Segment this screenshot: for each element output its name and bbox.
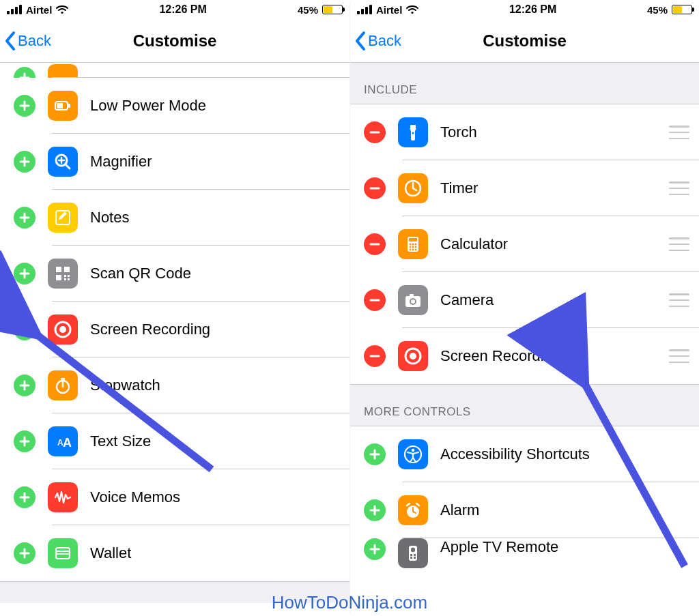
list-item[interactable] bbox=[0, 63, 350, 78]
row-label: Camera bbox=[440, 291, 664, 309]
battery-pct-label: 45% bbox=[647, 4, 668, 16]
wifi-icon bbox=[406, 5, 418, 14]
list-item[interactable]: Magnifier bbox=[0, 134, 350, 190]
calculator-icon bbox=[398, 229, 428, 259]
wallet-icon bbox=[48, 538, 78, 568]
clock-label: 12:26 PM bbox=[159, 3, 206, 16]
right-phone: Airtel 12:26 PM 45% Back Customise INCLU… bbox=[350, 0, 699, 616]
row-label: Screen Recording bbox=[440, 347, 664, 365]
row-label: Magnifier bbox=[90, 153, 340, 171]
accessibility-icon bbox=[398, 439, 428, 469]
row-label: Calculator bbox=[440, 235, 664, 253]
add-button[interactable] bbox=[14, 95, 35, 117]
wifi-icon bbox=[56, 5, 68, 14]
status-bar: Airtel 12:26 PM 45% bbox=[0, 0, 350, 19]
nav-header: Back Customise bbox=[350, 19, 699, 63]
row-label: Timer bbox=[440, 179, 664, 197]
section-header-include: INCLUDE bbox=[350, 63, 699, 104]
notes-icon bbox=[48, 203, 78, 233]
magnifier-icon bbox=[48, 147, 78, 177]
back-label: Back bbox=[368, 32, 401, 50]
textsize-icon bbox=[48, 426, 78, 456]
section-header-more: MORE CONTROLS bbox=[350, 384, 699, 426]
more-controls-list: Accessibility ShortcutsAlarmApple TV Rem… bbox=[350, 426, 699, 568]
row-label: Low Power Mode bbox=[90, 97, 340, 115]
chevron-left-icon bbox=[4, 31, 16, 51]
remove-button[interactable] bbox=[364, 289, 386, 311]
row-label: Torch bbox=[440, 123, 664, 141]
row-label: Screen Recording bbox=[90, 321, 340, 338]
signal-icon bbox=[357, 5, 372, 14]
row-label: Notes bbox=[90, 209, 340, 226]
add-button[interactable] bbox=[364, 443, 386, 465]
list-item[interactable]: Calculator bbox=[350, 216, 699, 272]
row-label: Apple TV Remote bbox=[440, 538, 689, 556]
list-item[interactable]: Apple TV Remote bbox=[350, 538, 699, 568]
row-label: Scan QR Code bbox=[90, 265, 340, 282]
list-item[interactable]: Screen Recording bbox=[350, 328, 699, 384]
carrier-label: Airtel bbox=[376, 4, 402, 16]
appletv-icon bbox=[398, 538, 428, 568]
list-item[interactable]: Screen Recording bbox=[0, 302, 350, 357]
list-item[interactable]: Alarm bbox=[350, 482, 699, 538]
signal-icon bbox=[7, 5, 22, 14]
record-icon bbox=[398, 341, 428, 371]
add-button[interactable] bbox=[14, 207, 35, 229]
remove-button[interactable] bbox=[364, 121, 386, 143]
alarm-icon bbox=[398, 495, 428, 525]
list-item[interactable]: Text Size bbox=[0, 413, 350, 469]
add-button[interactable] bbox=[14, 375, 35, 396]
row-label: Wallet bbox=[90, 544, 340, 562]
remove-button[interactable] bbox=[364, 345, 386, 367]
page-title: Customise bbox=[350, 31, 699, 50]
voicememos-icon bbox=[48, 482, 78, 512]
add-button[interactable] bbox=[364, 538, 386, 560]
battery-fill bbox=[324, 6, 332, 13]
stopwatch-icon bbox=[48, 370, 78, 400]
add-button[interactable] bbox=[14, 430, 35, 452]
add-button[interactable] bbox=[364, 499, 386, 521]
add-button[interactable] bbox=[14, 542, 35, 564]
row-label: Alarm bbox=[440, 501, 689, 519]
row-label: Stopwatch bbox=[90, 377, 340, 394]
qr-icon bbox=[48, 259, 78, 289]
row-label: Voice Memos bbox=[90, 488, 340, 506]
battery-fill bbox=[673, 6, 682, 13]
drag-handle-icon[interactable] bbox=[669, 126, 689, 139]
camera-icon bbox=[398, 285, 428, 315]
left-phone: Airtel 12:26 PM 45% Back Customise Low P… bbox=[0, 0, 350, 616]
add-button[interactable] bbox=[14, 151, 35, 173]
list-item[interactable]: Wallet bbox=[0, 525, 350, 581]
list-item[interactable]: Torch bbox=[350, 104, 699, 160]
add-button[interactable] bbox=[14, 263, 35, 284]
page-title: Customise bbox=[0, 31, 350, 50]
list-item[interactable]: Notes bbox=[0, 190, 350, 246]
back-button[interactable]: Back bbox=[350, 31, 401, 51]
include-list: TorchTimerCalculatorCameraScreen Recordi… bbox=[350, 104, 699, 384]
clock-label: 12:26 PM bbox=[509, 3, 556, 16]
list-item[interactable]: Camera bbox=[350, 272, 699, 328]
list-item[interactable]: Voice Memos bbox=[0, 469, 350, 525]
remove-button[interactable] bbox=[364, 233, 386, 255]
battery-icon bbox=[672, 5, 692, 14]
status-bar: Airtel 12:26 PM 45% bbox=[350, 0, 699, 19]
drag-handle-icon[interactable] bbox=[669, 237, 689, 251]
drag-handle-icon[interactable] bbox=[669, 181, 689, 195]
list-item[interactable]: Low Power Mode bbox=[0, 78, 350, 134]
battery-icon bbox=[322, 5, 343, 14]
timer-icon bbox=[398, 173, 428, 203]
remove-button[interactable] bbox=[364, 177, 386, 199]
list-item[interactable]: Timer bbox=[350, 160, 699, 216]
drag-handle-icon[interactable] bbox=[669, 293, 689, 307]
drag-handle-icon[interactable] bbox=[669, 349, 689, 363]
add-button[interactable] bbox=[14, 486, 35, 508]
list-item[interactable]: Scan QR Code bbox=[0, 246, 350, 302]
row-label: Accessibility Shortcuts bbox=[440, 445, 689, 463]
add-button[interactable] bbox=[14, 319, 35, 340]
section-footer-gap bbox=[0, 581, 350, 603]
back-button[interactable]: Back bbox=[0, 31, 51, 51]
carrier-label: Airtel bbox=[26, 4, 52, 16]
battery-pct-label: 45% bbox=[298, 4, 318, 16]
list-item[interactable]: Stopwatch bbox=[0, 357, 350, 413]
list-item[interactable]: Accessibility Shortcuts bbox=[350, 426, 699, 482]
